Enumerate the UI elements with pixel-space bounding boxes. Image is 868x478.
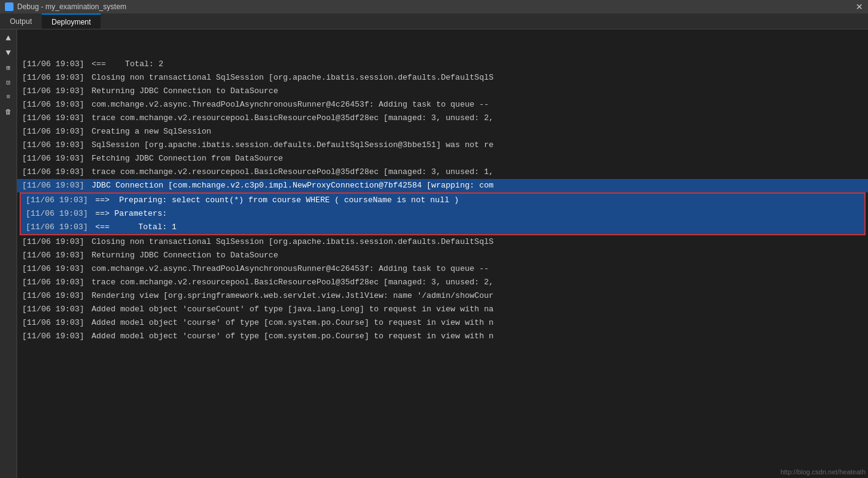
log-line: [11/06 19:03] trace com.mchange.v2.resou… <box>17 112 868 125</box>
tab-bar: Output Deployment <box>0 13 868 29</box>
log-line: [11/06 19:03] SqlSession [org.apache.iba… <box>17 138 868 152</box>
tab-deployment[interactable]: Deployment <box>42 13 101 29</box>
log-line: [11/06 19:03] com.mchange.v2.async.Threa… <box>17 98 868 112</box>
log-line: [11/06 19:03] ==> Preparing: select coun… <box>21 194 864 207</box>
log-timestamp: [11/06 19:03] <box>22 152 84 165</box>
log-timestamp: [11/06 19:03] <box>22 235 84 249</box>
log-text: Rendering view [org.springframework.web.… <box>86 289 863 303</box>
log-timestamp: [11/06 19:03] <box>22 138 84 152</box>
wrap-button[interactable]: ≡ <box>2 91 15 103</box>
tab-output[interactable]: Output <box>0 13 42 29</box>
log-line: [11/06 19:03] Added model object 'course… <box>17 303 868 316</box>
log-line: [11/06 19:03] Rendering view [org.spring… <box>17 289 868 303</box>
scroll-down-button[interactable]: ▼ <box>2 47 15 59</box>
log-timestamp: [11/06 19:03] <box>22 276 84 289</box>
log-timestamp: [11/06 19:03] <box>22 71 84 85</box>
log-line: [11/06 19:03] Closing non transactional … <box>17 235 868 249</box>
log-line: [11/06 19:03] Added model object 'course… <box>17 316 868 330</box>
log-text: trace com.mchange.v2.resourcepool.BasicR… <box>86 276 863 289</box>
settings-button[interactable]: ⊡ <box>2 76 15 88</box>
close-button[interactable]: ✕ <box>856 2 863 12</box>
log-timestamp: [11/06 19:03] <box>22 330 84 343</box>
debug-icon <box>5 2 13 11</box>
log-line: [11/06 19:03] <== Total: 2 <box>17 58 868 71</box>
log-timestamp: [11/06 19:03] <box>26 207 88 221</box>
console-area: [11/06 19:03] <== Total: 2[11/06 19:03] … <box>17 29 868 478</box>
clear-button[interactable]: 🗑 <box>2 105 15 118</box>
log-line: [11/06 19:03] Creating a new SqlSession <box>17 125 868 138</box>
log-text: Fetching JDBC Connection from DataSource <box>86 152 863 165</box>
log-timestamp: [11/06 19:03] <box>22 179 84 192</box>
log-text: JDBC Connection [com.mchange.v2.c3p0.imp… <box>86 179 863 192</box>
log-line: [11/06 19:03] Returning JDBC Connection … <box>17 85 868 98</box>
log-timestamp: [11/06 19:03] <box>22 58 84 71</box>
log-timestamp: [11/06 19:03] <box>26 221 88 234</box>
log-line: [11/06 19:03] <== Total: 1 <box>21 221 864 234</box>
log-text: Creating a new SqlSession <box>86 125 863 138</box>
log-text: ==> Preparing: select count(*) from cour… <box>90 194 859 207</box>
log-timestamp: [11/06 19:03] <box>26 194 88 207</box>
log-line: [11/06 19:03] com.mchange.v2.async.Threa… <box>17 262 868 276</box>
log-timestamp: [11/06 19:03] <box>22 262 84 276</box>
log-text: ==> Parameters: <box>90 207 859 221</box>
log-text: <== Total: 1 <box>90 221 859 234</box>
log-text: com.mchange.v2.async.ThreadPoolAsynchron… <box>86 98 863 112</box>
log-timestamp: [11/06 19:03] <box>22 98 84 112</box>
log-line: [11/06 19:03] trace com.mchange.v2.resou… <box>17 276 868 289</box>
log-text: Added model object 'course' of type [com… <box>86 330 863 343</box>
log-text: com.mchange.v2.async.ThreadPoolAsynchron… <box>86 262 863 276</box>
log-timestamp: [11/06 19:03] <box>22 316 84 330</box>
log-timestamp: [11/06 19:03] <box>22 125 84 138</box>
log-line: [11/06 19:03] JDBC Connection [com.mchan… <box>17 179 868 192</box>
log-timestamp: [11/06 19:03] <box>22 165 84 179</box>
log-line: [11/06 19:03] Closing non transactional … <box>17 71 868 85</box>
log-text: Returning JDBC Connection to DataSource <box>86 85 863 98</box>
log-line: [11/06 19:03] Returning JDBC Connection … <box>17 249 868 262</box>
log-line: [11/06 19:03] Fetching JDBC Connection f… <box>17 152 868 165</box>
console-content: [11/06 19:03] <== Total: 2[11/06 19:03] … <box>17 29 868 344</box>
log-text: SqlSession [org.apache.ibatis.session.de… <box>86 138 863 152</box>
sidebar: ▲ ▼ ⊞ ⊡ ≡ 🗑 <box>0 29 17 478</box>
title-bar: Debug - my_examination_system ✕ <box>0 0 868 13</box>
log-timestamp: [11/06 19:03] <box>22 303 84 316</box>
log-timestamp: [11/06 19:03] <box>22 249 84 262</box>
log-text: Closing non transactional SqlSession [or… <box>86 71 863 85</box>
log-timestamp: [11/06 19:03] <box>22 85 84 98</box>
log-text: Closing non transactional SqlSession [or… <box>86 235 863 249</box>
window-title: Debug - my_examination_system <box>17 2 126 11</box>
scroll-up-button[interactable]: ▲ <box>2 32 15 44</box>
log-line: [11/06 19:03] ==> Parameters: <box>21 207 864 221</box>
log-line: [11/06 19:03] trace com.mchange.v2.resou… <box>17 165 868 179</box>
log-text: Added model object 'course' of type [com… <box>86 316 863 330</box>
log-timestamp: [11/06 19:03] <box>22 289 84 303</box>
log-text: trace com.mchange.v2.resourcepool.BasicR… <box>86 112 863 125</box>
highlighted-block: [11/06 19:03] ==> Preparing: select coun… <box>20 192 866 235</box>
watermark: http://blog.csdn.net/heateath <box>780 468 866 476</box>
filter-button[interactable]: ⊞ <box>2 61 15 74</box>
log-text: Added model object 'courseCount' of type… <box>86 303 863 316</box>
log-text: Returning JDBC Connection to DataSource <box>86 249 863 262</box>
log-timestamp: [11/06 19:03] <box>22 112 84 125</box>
log-line: [11/06 19:03] Added model object 'course… <box>17 330 868 343</box>
log-text: <== Total: 2 <box>86 58 863 71</box>
log-text: trace com.mchange.v2.resourcepool.BasicR… <box>86 165 863 179</box>
